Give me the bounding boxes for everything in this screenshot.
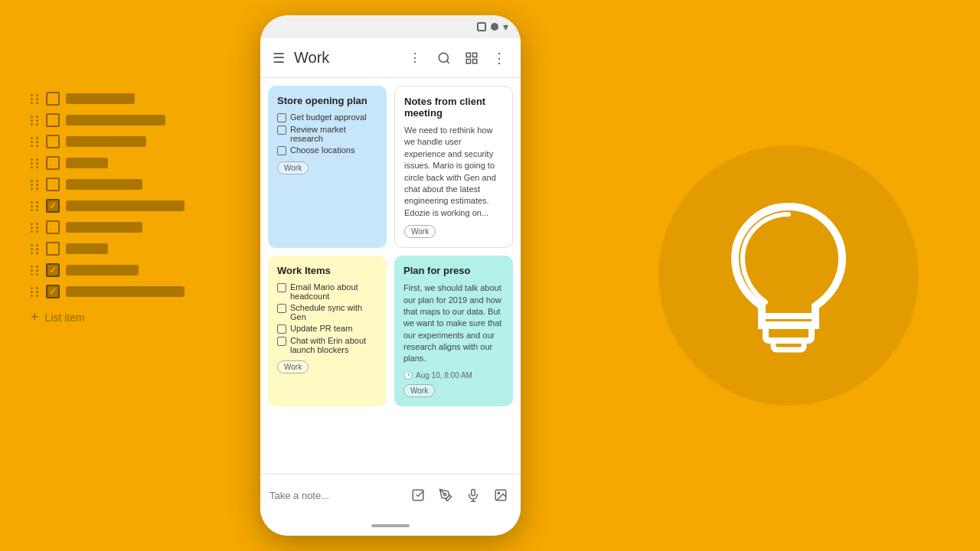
note-plan-preso[interactable]: Plan for preso First, we should talk abo…: [394, 256, 513, 406]
drag-handle-icon[interactable]: [31, 137, 40, 147]
menu-icon[interactable]: ☰: [270, 47, 288, 70]
app-header: ☰ Work ⋮ ⋮: [260, 38, 521, 78]
list-item: [31, 220, 185, 234]
note-title: Plan for preso: [403, 265, 504, 276]
list-item-text-bar: [66, 265, 139, 276]
note-title: Work Items: [277, 265, 377, 276]
list-item-text-bar: [66, 136, 146, 147]
svg-rect-2: [466, 53, 470, 57]
left-checklist: +List item: [31, 92, 185, 325]
note-tag[interactable]: Work: [277, 360, 309, 373]
svg-rect-4: [466, 59, 470, 63]
check-item: Update PR team: [277, 324, 377, 334]
checkbox[interactable]: [46, 178, 60, 191]
bottom-input-bar: [260, 474, 521, 516]
more-options-icon[interactable]: ⋮: [487, 46, 511, 70]
list-item-text-bar: [66, 222, 142, 233]
list-item: [31, 242, 185, 256]
note-tag[interactable]: Work: [277, 161, 309, 174]
header-icons-group: ⋮: [432, 46, 511, 70]
home-bar: [371, 524, 410, 527]
note-client-meeting[interactable]: Notes from client meeting We need to ret…: [394, 86, 513, 248]
list-item: [31, 285, 185, 298]
logo-circle: [658, 145, 919, 406]
drag-handle-icon[interactable]: [31, 266, 40, 276]
lightbulb-icon: [712, 191, 865, 360]
check-item: Schedule sync with Gen: [277, 303, 377, 321]
checkbox[interactable]: [46, 263, 60, 277]
checkbox: [277, 283, 286, 292]
check-item: Review market research: [277, 125, 377, 143]
note-title: Notes from client meeting: [404, 96, 503, 119]
svg-point-0: [439, 53, 448, 62]
check-item: Choose locations: [277, 145, 377, 155]
phone-mockup: ▾ ☰ Work ⋮ ⋮ Store opening plan G: [260, 15, 521, 536]
svg-point-12: [498, 492, 499, 494]
note-store-opening[interactable]: Store opening plan Get budget approval R…: [268, 86, 387, 248]
status-dot: [491, 23, 498, 31]
note-tag[interactable]: Work: [403, 384, 435, 397]
list-item: [31, 113, 185, 127]
checkbox[interactable]: [46, 285, 60, 298]
checkbox[interactable]: [46, 135, 60, 148]
svg-rect-6: [413, 490, 423, 500]
svg-rect-15: [773, 341, 804, 350]
note-checklist: Get budget approval Review market resear…: [277, 112, 377, 155]
bottom-icons: [407, 484, 511, 506]
checkbox: [277, 304, 286, 313]
svg-rect-5: [473, 59, 477, 63]
checkbox-icon[interactable]: [407, 484, 429, 506]
checkbox[interactable]: [46, 156, 60, 170]
drag-handle-icon[interactable]: [31, 201, 40, 211]
drag-handle-icon[interactable]: [31, 180, 40, 190]
checkbox: [277, 113, 286, 122]
list-item: [31, 178, 185, 191]
checkbox[interactable]: [46, 92, 60, 106]
svg-rect-3: [473, 53, 477, 57]
add-item-label: List item: [45, 311, 85, 324]
check-item: Email Mario about headcount: [277, 282, 377, 301]
list-item: [31, 156, 185, 170]
drag-handle-icon[interactable]: [31, 158, 40, 168]
note-title: Store opening plan: [277, 95, 377, 106]
checkbox: [277, 126, 286, 135]
header-more-left-icon[interactable]: ⋮: [404, 47, 426, 68]
drag-handle-icon[interactable]: [31, 94, 40, 104]
svg-line-1: [446, 60, 449, 63]
note-checklist: Email Mario about headcount Schedule syn…: [277, 282, 377, 354]
list-item-text-bar: [66, 243, 108, 254]
checkbox[interactable]: [46, 199, 60, 213]
note-body: First, we should talk about our plan for…: [403, 282, 504, 365]
note-body: We need to rethink how we handle user ex…: [404, 125, 503, 219]
home-indicator: [260, 516, 521, 536]
svg-rect-8: [472, 490, 475, 496]
clock-icon: 🕐: [403, 371, 413, 380]
layout-icon[interactable]: [459, 46, 484, 70]
list-item-text-bar: [66, 93, 135, 104]
drag-handle-icon[interactable]: [31, 223, 40, 233]
checkbox[interactable]: [46, 113, 60, 127]
mic-icon[interactable]: [462, 484, 484, 506]
checkbox[interactable]: [46, 242, 60, 256]
drag-handle-icon[interactable]: [31, 287, 40, 297]
note-tag[interactable]: Work: [404, 225, 436, 238]
add-item-row[interactable]: +List item: [31, 309, 185, 325]
notes-grid: Store opening plan Get budget approval R…: [268, 86, 513, 406]
note-timestamp: 🕐 Aug 10, 8:00 AM: [403, 371, 504, 380]
phone-status-bar: ▾: [260, 15, 521, 38]
checkbox[interactable]: [46, 220, 60, 234]
note-work-items[interactable]: Work Items Email Mario about headcount S…: [268, 256, 387, 406]
take-note-input[interactable]: [270, 490, 401, 501]
status-chevron: ▾: [503, 21, 508, 33]
notes-area[interactable]: Store opening plan Get budget approval R…: [260, 78, 521, 474]
checkbox: [277, 324, 286, 334]
image-icon[interactable]: [490, 484, 511, 506]
search-icon[interactable]: [432, 46, 456, 70]
drag-handle-icon[interactable]: [31, 116, 40, 126]
add-icon: +: [31, 309, 39, 325]
draw-icon[interactable]: [435, 484, 456, 506]
drag-handle-icon[interactable]: [31, 244, 40, 254]
keep-logo-panel: [658, 145, 919, 406]
list-item-text-bar: [66, 115, 165, 126]
list-item: [31, 263, 185, 277]
